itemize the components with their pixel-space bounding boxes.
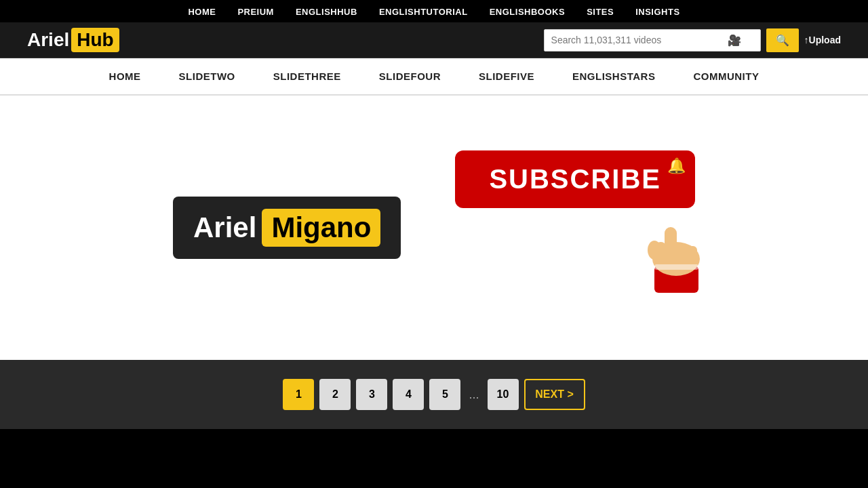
channel-name-ariel: Ariel [193, 211, 256, 244]
bell-icon: 🔔 [667, 157, 687, 175]
nav-slidetwo[interactable]: SLIDETWO [160, 58, 254, 94]
hand-cursor [634, 201, 715, 299]
page-4-button[interactable]: 4 [393, 379, 424, 410]
next-button[interactable]: NEXT > [524, 379, 585, 410]
top-nav-englishtutorial[interactable]: ENGLISHTUTORIAL [379, 7, 468, 17]
subscribe-area: SUBSCRIBE 🔔 [455, 150, 695, 306]
nav-slidefive[interactable]: SLIDEFIVE [460, 58, 553, 94]
top-nav-preium[interactable]: PREIUM [237, 7, 274, 17]
white-section: HOME SLIDETWO SLIDETHREE SLIDEFOUR SLIDE… [0, 58, 868, 360]
search-button[interactable]: 🔍 [766, 28, 799, 52]
page-10-button[interactable]: 10 [488, 379, 519, 410]
top-nav-englishbooks[interactable]: ENGLISHBOOKS [490, 7, 565, 17]
site-header: Ariel Hub 🎥 🔍 ↑Upload [0, 22, 868, 58]
pagination-dots: ... [466, 388, 481, 402]
secondary-navigation: HOME SLIDETWO SLIDETHREE SLIDEFOUR SLIDE… [0, 58, 868, 96]
upload-label: ↑Upload [804, 35, 841, 45]
logo-ariel-text: Ariel [27, 29, 69, 51]
nav-slidethree[interactable]: SLIDETHREE [254, 58, 360, 94]
channel-logo: Ariel Migano [173, 197, 401, 259]
page-1-button[interactable]: 1 [283, 379, 314, 410]
svg-rect-7 [654, 264, 698, 270]
page-3-button[interactable]: 3 [356, 379, 387, 410]
upload-button[interactable]: ↑Upload [804, 35, 841, 45]
top-nav-insights[interactable]: INSIGHTS [635, 7, 679, 17]
search-icon: 🔍 [776, 35, 789, 46]
svg-rect-4 [678, 243, 688, 262]
page-5-button[interactable]: 5 [429, 379, 460, 410]
site-logo[interactable]: Ariel Hub [27, 28, 119, 52]
nav-home[interactable]: HOME [90, 58, 160, 94]
search-box: 🎥 [544, 29, 761, 52]
top-nav-sites[interactable]: SITES [587, 7, 614, 17]
nav-community[interactable]: COMMUNITY [674, 58, 778, 94]
search-input[interactable] [551, 35, 728, 45]
svg-rect-2 [665, 227, 677, 261]
camera-icon[interactable]: 🎥 [728, 34, 741, 47]
nav-englishstars[interactable]: ENGLISHSTARS [553, 58, 674, 94]
top-navigation: HOME PREIUM ENGLISHHUB ENGLISHTUTORIAL E… [0, 0, 868, 22]
nav-slidefour[interactable]: SLIDEFOUR [360, 58, 460, 94]
subscribe-label: SUBSCRIBE [489, 164, 661, 194]
pagination-area: 1 2 3 4 5 ... 10 NEXT > [0, 360, 868, 429]
logo-hub-text: Hub [71, 28, 119, 52]
main-content-area: Ariel Migano SUBSCRIBE 🔔 [108, 96, 760, 360]
top-nav-home[interactable]: HOME [188, 7, 216, 17]
top-nav-englishhub[interactable]: ENGLISHHUB [296, 7, 357, 17]
page-2-button[interactable]: 2 [319, 379, 351, 410]
channel-name-migano: Migano [262, 209, 380, 247]
search-area: 🎥 🔍 ↑Upload [544, 28, 841, 52]
svg-rect-5 [688, 246, 697, 264]
svg-point-6 [648, 241, 661, 260]
subscribe-button[interactable]: SUBSCRIBE 🔔 [455, 150, 695, 208]
